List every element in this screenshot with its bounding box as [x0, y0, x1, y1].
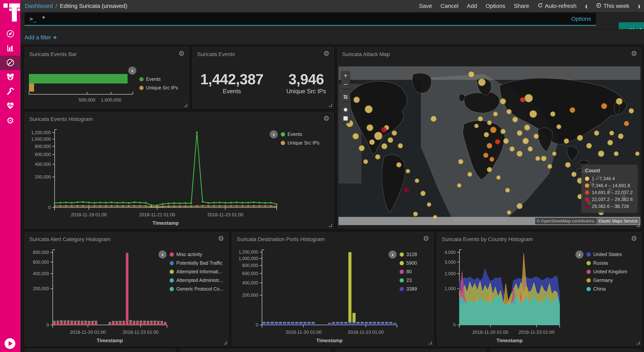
map-zoom-out-button[interactable]: − — [341, 80, 350, 89]
attack-map-dot[interactable] — [566, 162, 570, 167]
map-draw-polygon-button[interactable] — [341, 105, 350, 114]
attack-map-dot[interactable] — [457, 184, 461, 187]
panel-gear-icon[interactable]: ⚙ — [178, 50, 184, 57]
attack-map-dot[interactable] — [392, 131, 396, 135]
legend-item[interactable]: Events — [139, 76, 188, 82]
events-bar-chart[interactable]: 500,0001,000,000 — [26, 60, 139, 107]
attack-map-dot[interactable] — [490, 157, 494, 161]
legend-item[interactable]: 5900 — [400, 260, 432, 266]
panel-gear-icon[interactable]: ⚙ — [631, 50, 637, 57]
legend-toggle-icon[interactable]: › — [388, 250, 396, 259]
search-input[interactable]: >_ * Options — [24, 13, 596, 26]
attack-map-dot[interactable] — [381, 127, 386, 132]
attack-map-dot[interactable] — [398, 143, 403, 148]
attack-map-dot[interactable] — [608, 140, 613, 145]
panel-gear-icon[interactable]: ⚙ — [423, 235, 429, 242]
attack-map-dot[interactable] — [616, 98, 622, 104]
alert-category-chart[interactable]: 0200,000400,000600,000800,0002018-11-20 … — [26, 245, 170, 345]
legend-item[interactable]: Unique Src IPs — [139, 85, 188, 91]
attack-map-dot[interactable] — [493, 112, 498, 116]
attack-map-dot[interactable] — [517, 130, 522, 135]
legend-item[interactable]: Germany — [586, 278, 640, 283]
attack-map-dot[interactable] — [406, 169, 410, 173]
dest-ports-chart[interactable]: 0200,000400,000600,000800,0001,000,0001,… — [233, 245, 400, 345]
legend-item[interactable]: 3389 — [400, 286, 432, 292]
save-button[interactable]: Save — [419, 3, 432, 9]
attack-map-dot[interactable] — [374, 132, 382, 140]
sidebar-item-dashboard[interactable] — [0, 56, 20, 70]
attack-map-dot[interactable] — [510, 147, 514, 151]
sidebar-item-discover[interactable] — [0, 27, 20, 41]
attack-map-dot[interactable] — [586, 143, 592, 148]
attack-map-dot[interactable] — [610, 131, 614, 135]
legend-item[interactable]: Russia — [586, 260, 640, 266]
attack-map-dot[interactable] — [487, 143, 492, 148]
panel-title[interactable]: Suricata Events — [197, 51, 235, 57]
share-button[interactable]: Share — [514, 3, 529, 9]
attack-map-dot[interactable] — [458, 159, 463, 164]
legend-toggle-icon[interactable]: › — [128, 67, 136, 75]
panel-gear-icon[interactable]: ⚙ — [218, 235, 224, 242]
legend-item[interactable]: Misc activity — [170, 252, 227, 257]
attack-map-dot[interactable] — [484, 132, 489, 137]
attack-map-dot[interactable] — [469, 72, 474, 77]
legend-item[interactable]: Potentially Bad Traffic — [170, 260, 227, 266]
attack-map-dot[interactable] — [431, 116, 436, 121]
attack-map-dot[interactable] — [500, 99, 506, 104]
attack-map-dot[interactable] — [534, 134, 538, 139]
attack-map-dot[interactable] — [414, 212, 418, 216]
attack-map-dot[interactable] — [541, 156, 546, 161]
legend-item[interactable]: United Kingdom — [586, 269, 640, 274]
world-map[interactable]: + − Count 1 – 7,346.47,346.4 – 14,691.81… — [338, 66, 640, 225]
attack-map-dot[interactable] — [594, 131, 599, 135]
attack-map-dot[interactable] — [506, 188, 510, 192]
add-filter-link[interactable]: Add a filter + — [24, 34, 57, 41]
panel-resize-handle[interactable] — [636, 341, 640, 344]
attack-map-dot[interactable] — [624, 121, 629, 126]
attack-map-dot[interactable] — [404, 187, 409, 193]
attack-map-dot[interactable] — [528, 147, 532, 151]
panel-resize-handle[interactable] — [329, 104, 332, 107]
sidebar-item-hunting[interactable] — [0, 70, 20, 84]
legend-item[interactable]: Attempted Informati... — [170, 269, 227, 274]
attack-map-dot[interactable] — [564, 139, 569, 143]
attack-map-dot[interactable] — [517, 204, 522, 209]
legend-item[interactable]: 3128 — [400, 252, 432, 257]
attack-map-dot[interactable] — [427, 203, 431, 206]
legend-item[interactable]: Events — [281, 131, 332, 137]
attack-map-dot[interactable] — [468, 172, 472, 177]
telekom-logo[interactable] — [0, 0, 20, 25]
attack-map-dot[interactable] — [353, 133, 358, 139]
legend-item[interactable]: 80 — [400, 269, 432, 274]
panel-title[interactable]: Suricata Destination Ports Histogram — [237, 236, 325, 242]
attack-map-dot[interactable] — [365, 106, 372, 113]
panel-title[interactable]: Suricata Attack Map — [342, 51, 390, 57]
legend-item[interactable]: 23 — [400, 278, 432, 283]
query-options-link[interactable]: Options — [571, 16, 591, 22]
breadcrumb-dashboard-link[interactable]: Dashboard — [25, 3, 53, 9]
panel-resize-handle[interactable] — [329, 224, 332, 227]
attack-map-dot[interactable] — [478, 116, 482, 121]
attack-map-dot[interactable] — [433, 215, 437, 219]
attack-map-dot[interactable] — [507, 211, 511, 214]
attack-map-dot[interactable] — [504, 139, 508, 143]
attack-map-dot[interactable] — [517, 151, 522, 156]
attack-map-dot[interactable] — [478, 79, 485, 86]
cancel-button[interactable]: Cancel — [440, 3, 458, 9]
map-fit-bounds-button[interactable] — [341, 93, 350, 101]
attack-map-dot[interactable] — [570, 107, 575, 112]
panel-title[interactable]: Suricata Events Histogram — [29, 116, 93, 122]
legend-toggle-icon[interactable]: › — [270, 130, 278, 138]
sidebar-item-monitoring[interactable] — [0, 99, 20, 113]
panel-gear-icon[interactable]: ⚙ — [631, 235, 637, 242]
attack-map-dot[interactable] — [523, 138, 528, 144]
panel-resize-handle[interactable] — [224, 341, 226, 344]
attack-map-dot[interactable] — [530, 111, 537, 117]
panel-resize-handle[interactable] — [636, 224, 640, 227]
auto-refresh-button[interactable]: Auto-refresh — [538, 3, 576, 10]
attack-map-dot[interactable] — [376, 154, 380, 159]
attack-map-dot[interactable] — [495, 139, 500, 144]
country-chart[interactable]: 01,0002,0003,0004,0002018-11-20 01:00201… — [438, 245, 586, 345]
time-next-button[interactable]: › — [638, 3, 640, 9]
sidebar-item-devtools[interactable] — [0, 84, 20, 99]
